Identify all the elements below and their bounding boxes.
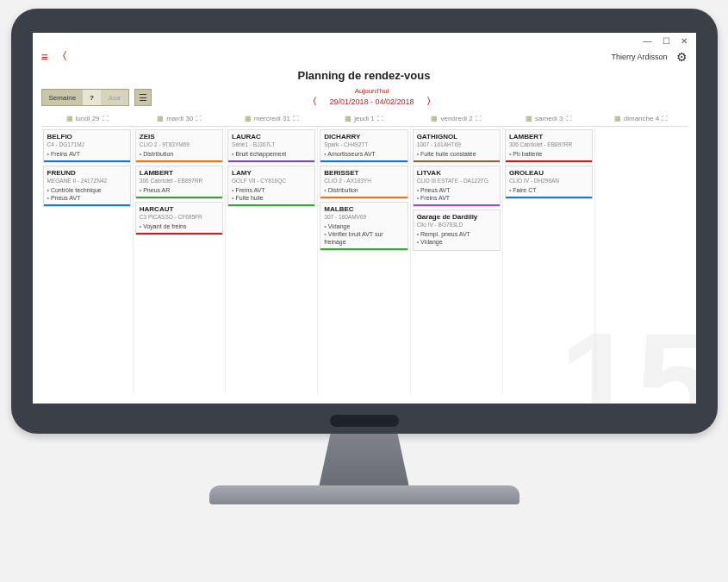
status-bar: [44, 204, 130, 206]
page-title: Planning de rendez-vous: [33, 69, 696, 82]
status-bar: [506, 197, 592, 198]
day-label: jeudi 1: [354, 115, 375, 122]
status-bar: [414, 160, 500, 162]
card-item: Rempl. pneus AVT: [417, 230, 496, 238]
card-vehicle: 306 Cabriolet - EB897RR: [509, 141, 588, 148]
appointment-card[interactable]: LAMBERT306 Cabriolet - EB897RRPb batteri…: [505, 129, 593, 163]
view-day-button[interactable]: Jour: [101, 90, 128, 105]
card-item: Vidange: [324, 222, 403, 230]
appointment-card[interactable]: LAURACSérie1 - BJ307LTBruit échappement: [227, 129, 315, 163]
status-bar: [320, 248, 407, 250]
expand-icon[interactable]: ⛶: [476, 116, 482, 122]
expand-icon[interactable]: ⛶: [103, 116, 109, 122]
appointment-card[interactable]: GROLEAUCLIO IV - DH298ANFaire CT: [505, 166, 593, 199]
day-label: samedi 3: [535, 115, 563, 122]
card-vehicle: 307 - 180AMV69: [324, 214, 403, 221]
card-vehicle: GOLF VII - CY816QC: [232, 178, 311, 185]
appointment-card[interactable]: BERISSETCLIO 2 - AX183YHDistribution: [320, 166, 408, 199]
card-item: Contrôle technique: [47, 186, 127, 194]
card-item: Freins AVT: [232, 186, 311, 194]
day-label: vendredi 2: [440, 115, 472, 122]
day-label: mardi 30: [166, 115, 193, 122]
calendar-icon: ▦: [157, 115, 164, 122]
appointment-card[interactable]: GATHIGNOL1007 - 161AHT69Fuite huile cons…: [413, 129, 501, 163]
card-name: MALBEC: [324, 205, 403, 214]
card-item: Bruit échappement: [232, 150, 311, 158]
gear-icon[interactable]: ⚙: [676, 50, 688, 64]
appointment-card[interactable]: LAMBERT306 Cabriolet - EB897RRPneus AR: [135, 166, 223, 199]
card-item: Pneus AR: [140, 186, 219, 194]
user-name: Thierry Ardisson: [611, 53, 667, 61]
list-view-button[interactable]: ☰: [134, 89, 152, 106]
day-column: GATHIGNOL1007 - 161AHT69Fuite huile cons…: [411, 127, 503, 394]
calendar-icon: ▦: [614, 115, 621, 122]
card-name: ZEIS: [140, 133, 219, 141]
appointment-card[interactable]: BELFIOC4 - DG171MJFreins AVT: [43, 129, 131, 163]
monitor-base: [209, 485, 520, 504]
status-bar: [228, 160, 314, 162]
card-vehicle: CLIO III ESTATE - DA122TG: [417, 178, 496, 185]
view-week-button[interactable]: Semaine: [42, 90, 84, 105]
card-name: LITVAK: [417, 169, 496, 178]
expand-icon[interactable]: ⛶: [566, 116, 572, 122]
appointment-card[interactable]: LAMYGOLF VII - CY816QCFreins AVTFuite hu…: [227, 166, 315, 207]
expand-icon[interactable]: ⛶: [196, 116, 202, 122]
help-button[interactable]: ?: [83, 90, 101, 105]
calendar-icon: ▦: [245, 115, 252, 122]
menu-icon[interactable]: ≡: [41, 50, 48, 64]
card-name: LAMBERT: [509, 133, 588, 141]
window-maximize[interactable]: ☐: [663, 36, 670, 46]
status-bar: [228, 204, 314, 206]
day-header[interactable]: ▦lundi 29⛶: [41, 111, 134, 126]
calendar-icon: ▦: [66, 115, 73, 122]
card-name: FREUND: [47, 169, 127, 178]
card-name: LAURAC: [232, 133, 311, 141]
day-column: [595, 127, 687, 394]
card-vehicle: MEGANE II - 2417ZN42: [47, 178, 127, 185]
card-vehicle: CLIO IV - DH298AN: [509, 178, 588, 185]
day-column: ZEISCLIO 2 - 9T83YM69DistributionLAMBERT…: [134, 127, 226, 394]
appointment-card[interactable]: HARCAUTC3 PICASSO - CF695FRVoyant de fre…: [135, 202, 223, 235]
appointment-card[interactable]: LITVAKCLIO III ESTATE - DA122TGPneus AVT…: [413, 166, 501, 207]
calendar-icon: ▦: [345, 115, 352, 122]
card-name: GROLEAU: [509, 169, 588, 178]
card-item: Fuite huile: [232, 194, 311, 202]
card-item: Fuite huile constatée: [417, 150, 496, 158]
day-header[interactable]: ▦mercredi 31⛶: [226, 111, 318, 126]
appointment-card[interactable]: FREUNDMEGANE II - 2417ZN42Contrôle techn…: [43, 166, 131, 207]
window-minimize[interactable]: —: [644, 36, 652, 46]
expand-icon[interactable]: ⛶: [662, 116, 668, 122]
status-bar: [414, 204, 500, 206]
status-bar: [44, 160, 130, 162]
card-name: BERISSET: [324, 169, 403, 178]
appointment-card[interactable]: ZEISCLIO 2 - 9T83YM69Distribution: [135, 129, 223, 163]
day-header[interactable]: ▦vendredi 2⛶: [410, 111, 502, 126]
day-header[interactable]: ▦jeudi 1⛶: [318, 111, 410, 126]
expand-icon[interactable]: ⛶: [377, 116, 383, 122]
day-header[interactable]: ▦samedi 3⛶: [502, 111, 594, 126]
day-label: lundi 29: [76, 115, 100, 122]
status-bar: [506, 160, 592, 162]
back-button[interactable]: 〈: [57, 49, 67, 64]
next-week-button[interactable]: 〉: [426, 95, 436, 108]
card-name: Garage de Dardilly: [417, 213, 496, 222]
day-header[interactable]: ▦mardi 30⛶: [134, 111, 226, 126]
appointment-card[interactable]: Garage de DardillyClio IV - BG783LDRempl…: [413, 210, 501, 251]
appointment-card[interactable]: MALBEC307 - 180AMV69VidangeVérifier brui…: [320, 202, 408, 251]
card-name: GATHIGNOL: [417, 133, 496, 141]
card-name: BELFIO: [47, 133, 127, 141]
card-item: Amortisseurs AVT: [324, 150, 403, 158]
day-column: LAMBERT306 Cabriolet - EB897RRPb batteri…: [503, 127, 595, 394]
prev-week-button[interactable]: 〈: [308, 95, 317, 108]
card-item: Vidange: [417, 238, 496, 246]
date-range: 29/01/2018 - 04/02/2018: [329, 97, 414, 106]
today-link[interactable]: Aujourd'hui: [157, 87, 588, 95]
view-toggle[interactable]: Semaine ? Jour: [41, 89, 129, 106]
day-header[interactable]: ▦dimanche 4⛶: [594, 111, 687, 126]
card-vehicle: Spark - CH492TT: [324, 141, 403, 148]
expand-icon[interactable]: ⛶: [293, 116, 299, 122]
appointment-card[interactable]: DICHARRYSpark - CH492TTAmortisseurs AVT: [320, 129, 408, 163]
window-close[interactable]: ✕: [681, 36, 688, 46]
card-name: DICHARRY: [324, 133, 403, 141]
day-column: DICHARRYSpark - CH492TTAmortisseurs AVTB…: [318, 127, 410, 394]
